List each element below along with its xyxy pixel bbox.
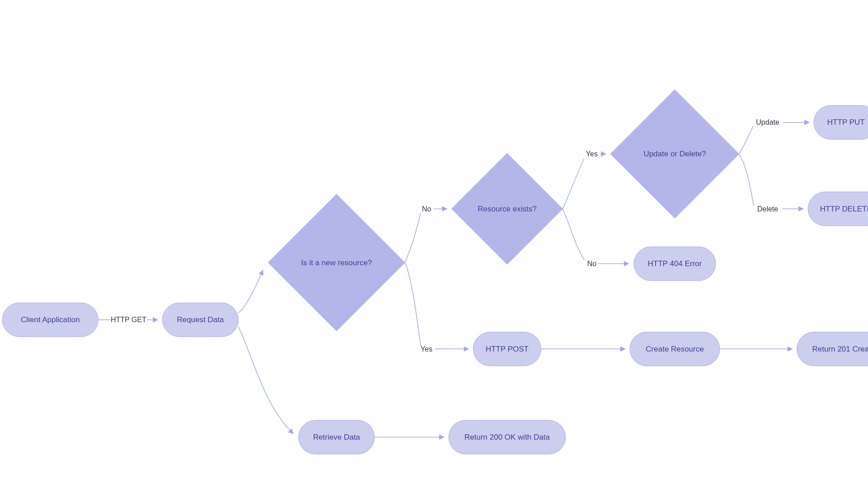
node-label: Is it a new resource?: [301, 258, 372, 267]
flowchart-canvas: HTTP GETNoYesYesNoUpdateDelete Client Ap…: [0, 0, 868, 488]
edge-label: Yes: [420, 345, 432, 353]
edge-segment: [405, 213, 421, 263]
nodes-layer: Client ApplicationRequest DataIs it a ne…: [2, 90, 868, 454]
node-label: Resource exists?: [478, 205, 537, 213]
node-label: Create Resource: [646, 345, 704, 353]
node-client_app[interactable]: Client Application: [2, 303, 98, 337]
edge-label: No: [422, 205, 431, 213]
node-label: Return 200 OK with Data: [464, 433, 550, 441]
node-label: Update or Delete?: [644, 150, 706, 158]
edge-request_data-to-retrieve_data: [238, 327, 293, 434]
edge-segment: [739, 126, 754, 154]
node-label: Request Data: [177, 315, 224, 324]
node-label: HTTP PUT: [827, 118, 865, 127]
node-ret_200_data[interactable]: Return 200 OK with Data: [448, 420, 565, 454]
edge-client_app-to-request_data: HTTP GET: [98, 316, 158, 324]
edge-label: No: [587, 260, 597, 267]
node-update_delete[interactable]: Update or Delete?: [610, 90, 739, 218]
node-create_res[interactable]: Create Resource: [630, 332, 720, 366]
node-label: HTTP 404 Error: [648, 259, 702, 268]
node-label: Client Application: [21, 315, 80, 324]
node-http_post[interactable]: HTTP POST: [473, 332, 541, 366]
edge-segment: [563, 209, 585, 259]
edge-label: Delete: [757, 205, 778, 213]
edge-request_data-to-new_resource_q: [238, 270, 263, 313]
edge-segment: [238, 270, 263, 313]
edge-new_resource_q-to-resource_exists: No: [405, 205, 447, 263]
node-label: Return 201 Created: [812, 345, 868, 353]
node-http_delete[interactable]: HTTP DELETE: [808, 192, 868, 226]
node-ret_201[interactable]: Return 201 Created: [797, 332, 868, 366]
edge-segment: [739, 154, 754, 206]
edge-segment: [405, 263, 421, 346]
node-retrieve_data[interactable]: Retrieve Data: [298, 420, 374, 454]
node-label: Retrieve Data: [313, 433, 360, 441]
edge-resource_exists-to-http_404: No: [563, 209, 629, 267]
node-label: HTTP DELETE: [820, 205, 868, 213]
edge-resource_exists-to-update_delete: Yes: [563, 150, 606, 209]
node-resource_exists[interactable]: Resource exists?: [452, 153, 563, 264]
edge-label: Yes: [586, 150, 598, 158]
node-label: HTTP POST: [486, 345, 528, 353]
node-request_data[interactable]: Request Data: [162, 303, 238, 337]
edge-new_resource_q-to-http_post: Yes: [405, 263, 469, 353]
node-new_resource_q[interactable]: Is it a new resource?: [268, 194, 405, 331]
node-http_404[interactable]: HTTP 404 Error: [634, 247, 716, 281]
edge-label: HTTP GET: [111, 316, 146, 324]
node-http_put[interactable]: HTTP PUT: [814, 105, 868, 139]
edge-update_delete-to-http_delete: Delete: [739, 154, 803, 213]
edge-label: Update: [756, 118, 779, 126]
edge-update_delete-to-http_put: Update: [739, 118, 809, 154]
edges-layer: HTTP GETNoYesYesNoUpdateDelete: [98, 118, 868, 437]
edge-segment: [238, 327, 293, 434]
edge-segment: [563, 159, 585, 209]
